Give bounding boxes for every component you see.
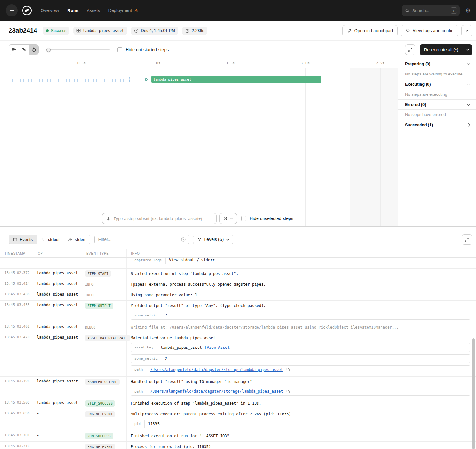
hide-not-started-checkbox[interactable] [117,47,122,52]
logs-fullscreen-button[interactable] [462,234,472,245]
levels-dropdown-button[interactable]: Levels (6) [193,235,233,244]
run-duration: 2.286s [192,28,204,33]
log-timestamp [0,258,33,268]
log-event-type-cell: DEBUG [82,322,127,332]
step-subset-box[interactable] [102,213,217,224]
event-type-tag: HANDLED_OUTPUT [85,379,120,385]
log-row[interactable]: captured_logsView stdout / stderr [0,258,476,269]
reexecute-dropdown-button[interactable] [463,44,472,55]
log-row[interactable]: 13:45:02.372lambda_pipes_assetSTEP_START… [0,269,476,279]
log-message: Writing file at: /Users/alangenfeld/data… [131,324,470,330]
table-icon [13,237,17,242]
log-row[interactable]: 13:45:03.470lambda_pipes_assetASSET_MATE… [0,333,476,377]
gantt-step-bar[interactable]: lambda_pipes_asset [151,76,321,83]
view-asset-link[interactable]: [View Asset] [205,345,232,350]
search-input[interactable] [412,8,448,13]
zoom-slider[interactable] [46,48,110,52]
search-box[interactable]: / [402,5,460,16]
log-row[interactable]: 13:45:03.498lambda_pipes_assetHANDLED_OU… [0,377,476,398]
view-mode-waterfall-button[interactable] [19,45,29,55]
view-mode-flat-button[interactable] [9,45,19,55]
view-tags-config-label: View tags and config [413,28,453,33]
log-scrollbar[interactable] [472,338,475,449]
column-header-op: OP [33,249,82,257]
log-message: Finished execution of run for "__ASSET_J… [131,433,470,439]
copy-icon[interactable] [286,389,290,394]
event-type-tag: INFO [85,283,94,287]
status-label: Success [51,28,66,33]
log-event-type-cell: INFO [82,290,127,300]
console-icon [41,237,46,242]
gantt-end-shade [350,68,398,226]
open-launchpad-button[interactable]: Open in Launchpad [342,25,398,36]
log-op: lambda_pipes_asset [33,398,82,409]
tag-icon [406,29,410,33]
view-tags-config-button[interactable]: View tags and config [401,25,458,36]
clear-filter-icon[interactable] [181,237,186,242]
log-row[interactable]: 13:45:03.453lambda_pipes_assetSTEP_OUTPU… [0,301,476,322]
flat-view-icon [11,47,16,52]
status-section-empty-message: No steps are executing [398,89,476,100]
tab-events[interactable]: Events [9,235,37,244]
levels-label: Levels (6) [204,237,224,242]
view-mode-timed-button[interactable] [29,45,38,55]
metadata-text: View stdout / stderr [169,258,215,262]
log-row[interactable]: 13:45:03.505lambda_pipes_assetSTEP_SUCCE… [0,398,476,409]
log-filter-box[interactable] [94,235,189,244]
log-row[interactable]: 13:45:03.701-RUN_SUCCESSFinished executi… [0,431,476,442]
log-timestamp: 13:45:03.438 [0,290,33,300]
log-filter-input[interactable] [98,237,178,242]
unstarted-row-placeholder [10,77,130,82]
metadata-path-link[interactable]: /Users/alangenfeld/data/dagster/storage/… [150,389,283,394]
hide-unselected-checkbox[interactable] [241,216,246,221]
metadata-entry: path/Users/alangenfeld/data/dagster/stor… [131,387,470,396]
metadata-path-link[interactable]: /Users/alangenfeld/data/dagster/storage/… [150,368,283,372]
stopwatch-icon [31,47,36,52]
status-section-executing[interactable]: Executing (0) [398,79,476,89]
gantt-chart[interactable]: 0.5s 1.0s 1.5s 2.0s 2.5s lambda_pipes_as… [0,59,398,226]
run-actions-dropdown-button[interactable] [461,25,472,36]
tab-stderr[interactable]: stderr [64,235,90,244]
log-op: lambda_pipes_asset [33,322,82,332]
log-timestamp: 13:45:03.696 [0,409,33,430]
log-row[interactable]: 13:45:03.461lambda_pipes_assetDEBUGWriti… [0,322,476,333]
log-row[interactable]: 13:45:03.424lambda_pipes_assetINFO[pipes… [0,279,476,290]
op-selector-icon [106,216,111,221]
nav-item-runs[interactable]: Runs [67,8,78,13]
log-row[interactable]: 13:45:03.696-ENGINE_EVENTMultiprocess ex… [0,409,476,431]
chevron-down-icon [226,238,229,241]
step-layers-button[interactable] [219,213,237,224]
chevron-right-icon [467,123,470,127]
asset-tag[interactable]: lambda_pipes_asset [73,27,127,35]
status-section-errored[interactable]: Errored (0) [398,100,476,110]
zoom-slider-knob[interactable] [46,48,51,52]
tab-stdout[interactable]: stdout [37,235,64,244]
log-timestamp: 13:45:03.498 [0,377,33,398]
hide-unselected-label: Hide unselected steps [250,216,293,221]
status-section-preparing[interactable]: Preparing (0) [398,59,476,69]
log-info-cell: Handled output "result" using IO manager… [127,377,476,398]
reexecute-all-button[interactable]: Re-execute all (*) [420,44,463,55]
step-subset-input[interactable] [114,216,212,221]
menu-button[interactable] [6,4,18,16]
log-op: lambda_pipes_asset [33,269,82,279]
status-section-title: Errored (0) [405,102,426,107]
gantt-fullscreen-button[interactable] [405,44,415,55]
status-section-succeeded[interactable]: Succeeded (1) [398,120,476,130]
log-row[interactable]: 13:45:03.716-ENGINE_EVENTProcess for run… [0,442,476,449]
copy-icon[interactable] [286,368,290,372]
log-timestamp: 13:45:03.716 [0,442,33,449]
log-message: Multiprocess executor: parent process ex… [131,411,470,417]
gantt-section: 0.5s 1.0s 1.5s 2.0s 2.5s lambda_pipes_as… [0,59,476,226]
chevron-up-icon [230,218,233,220]
metadata-entry: some_metric2 [131,311,470,320]
nav-item-overview[interactable]: Overview [41,8,59,13]
nav-item-deployment[interactable]: Deployment ⚠ [108,8,138,13]
settings-gear-icon[interactable]: ⚙ [465,7,471,14]
grid-line [231,68,231,226]
chevron-down-icon [467,62,470,65]
nav-item-assets[interactable]: Assets [87,8,100,13]
log-message: Finished execution of step "lambda_pipes… [131,400,470,406]
log-row[interactable]: 13:45:03.438lambda_pipes_assetINFOUsing … [0,290,476,300]
grid-line [82,68,82,226]
